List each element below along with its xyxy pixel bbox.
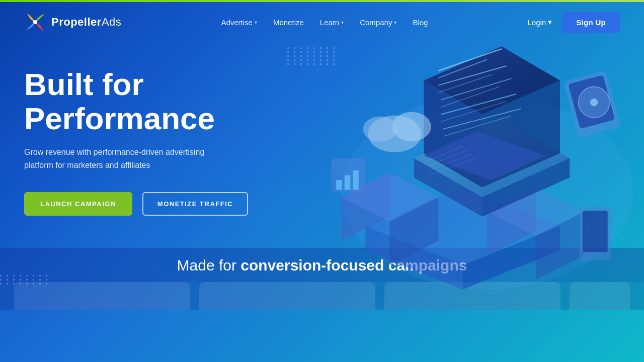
- chevron-down-icon: ▾: [394, 20, 396, 25]
- svg-rect-41: [353, 170, 359, 190]
- hero-illustration: [262, 42, 644, 310]
- hero-subtitle: Grow revenue with performance-driven adv…: [24, 146, 235, 171]
- nav-item-company[interactable]: Company ▾: [360, 18, 396, 27]
- svg-point-37: [590, 99, 598, 106]
- nav-item-advertise[interactable]: Advertise ▾: [221, 18, 257, 27]
- nav-right-actions: Login ▾ Sign Up: [528, 12, 620, 33]
- logo[interactable]: PropellerAds: [24, 11, 121, 33]
- svg-rect-39: [336, 180, 342, 190]
- chevron-down-icon: ▾: [548, 18, 552, 27]
- login-button[interactable]: Login ▾: [528, 18, 552, 27]
- svg-point-0: [33, 20, 37, 24]
- nav-item-monetize[interactable]: Monetize: [273, 18, 304, 27]
- chevron-down-icon: ▾: [341, 20, 344, 25]
- nav-links: Advertise ▾ Monetize Learn ▾ Company ▾ B…: [221, 18, 428, 27]
- svg-rect-40: [345, 175, 351, 190]
- svg-point-29: [392, 112, 431, 141]
- monetize-traffic-button[interactable]: MONETIZE TRAFFIC: [142, 192, 248, 216]
- navigation: PropellerAds Advertise ▾ Monetize Learn …: [0, 2, 644, 42]
- svg-rect-34: [583, 211, 607, 252]
- nav-item-learn[interactable]: Learn ▾: [320, 18, 344, 27]
- chevron-down-icon: ▾: [255, 20, 257, 25]
- signup-button[interactable]: Sign Up: [562, 12, 620, 33]
- launch-campaign-button[interactable]: LAUNCH CAMPAIGN: [24, 192, 132, 216]
- hero-buttons: LAUNCH CAMPAIGN MONETIZE TRAFFIC: [24, 192, 276, 216]
- hero-text-area: Built for Performance Grow revenue with …: [24, 57, 276, 310]
- hero-title: Built for Performance: [24, 67, 276, 136]
- svg-point-30: [363, 117, 397, 142]
- logo-text: PropellerAds: [51, 16, 121, 29]
- propeller-logo-icon: [24, 11, 46, 33]
- nav-item-blog[interactable]: Blog: [413, 18, 428, 27]
- dot-grid-top: [287, 47, 337, 65]
- hero-section: Built for Performance Grow revenue with …: [0, 42, 644, 310]
